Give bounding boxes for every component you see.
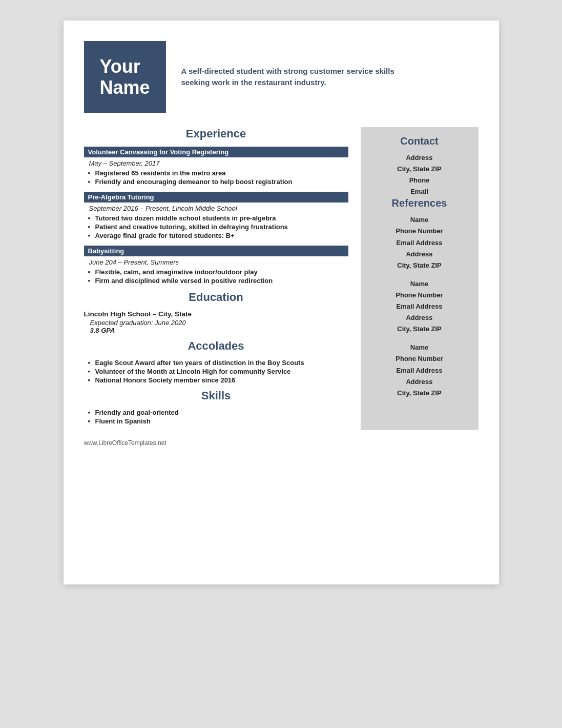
skills-section: Skills Friendly and goal-oriented Fluent… bbox=[84, 389, 348, 425]
ref-3-phone: Phone Number bbox=[370, 353, 469, 365]
list-item: National Honors Society member since 201… bbox=[88, 376, 348, 384]
contact-city: City, State ZIP bbox=[370, 164, 469, 175]
list-item: Registered 65 residents in the metro are… bbox=[88, 169, 348, 177]
graduation-text: Expected graduation: June 2020 bbox=[90, 319, 186, 327]
job-2-dates-italic: September 2016 – Present, bbox=[89, 205, 171, 212]
list-item: Firm and disciplined while versed in pos… bbox=[88, 277, 348, 285]
reference-2: Name Phone Number Email Address Address … bbox=[370, 278, 469, 335]
education-school: Lincoln High School – City, State bbox=[84, 310, 348, 318]
job-1-bullets: Registered 65 residents in the metro are… bbox=[84, 169, 348, 186]
contact-email: Email bbox=[370, 186, 469, 197]
job-1: Volunteer Canvassing for Voting Register… bbox=[84, 147, 348, 186]
ref-3-address: Address bbox=[370, 376, 469, 388]
references-section: References Name Phone Number Email Addre… bbox=[370, 197, 469, 398]
education-section: Education Lincoln High School – City, St… bbox=[84, 291, 348, 334]
ref-2-address: Address bbox=[370, 312, 469, 323]
ref-1-address: Address bbox=[370, 249, 469, 260]
job-3: Babysitting June 204 – Present, Summers … bbox=[84, 246, 348, 285]
list-item: Patient and creative tutoring, skilled i… bbox=[88, 223, 348, 231]
list-item: Eagle Scout Award after ten years of dis… bbox=[88, 359, 348, 367]
skills-list: Friendly and goal-oriented Fluent in Spa… bbox=[84, 409, 348, 425]
ref-3-name: Name bbox=[370, 342, 469, 353]
education-gpa: 3.8 GPA bbox=[84, 327, 348, 334]
ref-3-city: City, State ZIP bbox=[370, 388, 469, 399]
list-item: Tutored two dozen middle school students… bbox=[88, 214, 348, 222]
job-3-title: Babysitting bbox=[84, 246, 348, 256]
footer-url: www.LibreOfficeTemplates.net bbox=[84, 439, 166, 447]
job-2-dates: September 2016 – Present, Lincoln Middle… bbox=[84, 205, 348, 212]
header: Your Name A self-directed student with s… bbox=[84, 41, 478, 113]
contact-section: Contact Address City, State ZIP Phone Em… bbox=[370, 135, 469, 197]
job-3-dates: June 204 – Present, Summers bbox=[84, 258, 348, 266]
ref-1-phone: Phone Number bbox=[370, 226, 469, 237]
gpa-text: 3.8 GPA bbox=[90, 327, 115, 334]
job-3-bullets: Flexible, calm, and imaginative indoor/o… bbox=[84, 268, 348, 285]
job-2-bullets: Tutored two dozen middle school students… bbox=[84, 214, 348, 239]
accolades-section: Accolades Eagle Scout Award after ten ye… bbox=[84, 339, 348, 384]
references-title: References bbox=[370, 197, 469, 209]
ref-2-email: Email Address bbox=[370, 301, 469, 312]
resume-page: Your Name A self-directed student with s… bbox=[64, 21, 499, 584]
reference-3: Name Phone Number Email Address Address … bbox=[370, 342, 469, 398]
contact-phone: Phone bbox=[370, 175, 469, 186]
accolades-title: Accolades bbox=[84, 339, 348, 353]
ref-1-city: City, State ZIP bbox=[370, 260, 469, 271]
left-column: Experience Volunteer Canvassing for Voti… bbox=[84, 127, 348, 430]
ref-2-city: City, State ZIP bbox=[370, 323, 469, 335]
education-graduation: Expected graduation: June 2020 bbox=[84, 319, 348, 327]
name-text: Your Name bbox=[99, 56, 150, 98]
list-item: Friendly and goal-oriented bbox=[88, 409, 348, 416]
list-item: Friendly and encouraging demeanor to hel… bbox=[88, 178, 348, 186]
main-layout: Experience Volunteer Canvassing for Voti… bbox=[84, 127, 478, 430]
job-1-title: Volunteer Canvassing for Voting Register… bbox=[84, 147, 348, 157]
accolades-list: Eagle Scout Award after ten years of dis… bbox=[84, 359, 348, 384]
experience-section: Experience Volunteer Canvassing for Voti… bbox=[84, 127, 348, 285]
list-item: Volunteer of the Month at Lincoln High f… bbox=[88, 368, 348, 375]
ref-2-phone: Phone Number bbox=[370, 290, 469, 301]
contact-address: Address bbox=[370, 152, 469, 164]
job-1-dates: May – September, 2017 bbox=[84, 159, 348, 167]
job-2-title: Pre-Algebra Tutoring bbox=[84, 192, 348, 203]
education-title: Education bbox=[84, 291, 348, 304]
job-3-dates-italic: June 204 – Present, Summers bbox=[89, 258, 179, 266]
list-item: Average final grade for tutored students… bbox=[88, 232, 348, 239]
contact-title: Contact bbox=[370, 135, 469, 147]
footer: www.LibreOfficeTemplates.net bbox=[84, 439, 478, 447]
list-item: Flexible, calm, and imaginative indoor/o… bbox=[88, 268, 348, 276]
ref-2-name: Name bbox=[370, 278, 469, 290]
right-column: Contact Address City, State ZIP Phone Em… bbox=[361, 127, 478, 430]
experience-title: Experience bbox=[84, 127, 348, 140]
ref-1-email: Email Address bbox=[370, 237, 469, 249]
reference-1: Name Phone Number Email Address Address … bbox=[370, 214, 469, 271]
ref-3-email: Email Address bbox=[370, 365, 469, 376]
ref-1-name: Name bbox=[370, 214, 469, 226]
name-box: Your Name bbox=[84, 41, 166, 113]
job-2: Pre-Algebra Tutoring September 2016 – Pr… bbox=[84, 192, 348, 239]
skills-title: Skills bbox=[84, 389, 348, 402]
summary-text: A self-directed student with strong cust… bbox=[181, 66, 397, 89]
list-item: Fluent in Spanish bbox=[88, 417, 348, 425]
